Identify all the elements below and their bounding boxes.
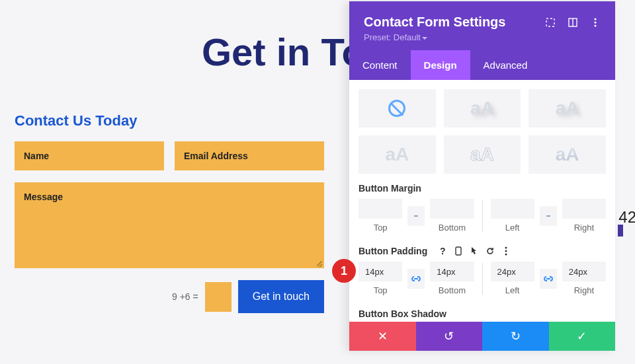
resize-handle-icon[interactable] <box>315 259 323 267</box>
svg-point-3 <box>594 18 596 20</box>
margin-top-input[interactable] <box>359 199 402 219</box>
name-field[interactable]: Name <box>15 141 164 170</box>
panel-footer: ✕ ↺ ↻ ✓ <box>349 322 615 351</box>
padding-bottom-input[interactable] <box>430 262 474 281</box>
save-button[interactable]: ✓ <box>549 322 616 351</box>
hover-cursor-icon[interactable] <box>470 246 479 256</box>
text-style-grad[interactable]: aA <box>529 135 606 174</box>
link-padding-lr-icon[interactable] <box>540 269 557 289</box>
margin-bottom-input[interactable] <box>430 199 474 219</box>
offscreen-number: 42 <box>618 208 635 227</box>
button-boxshadow-label: Button Box Shadow <box>359 309 606 319</box>
padding-left-input[interactable] <box>491 262 534 281</box>
panel-body: aA aA aA aA aA Button Margin Top Bottom … <box>349 80 615 322</box>
submit-button[interactable]: Get in touch <box>238 280 324 313</box>
margin-top-lbl: Top <box>359 223 402 233</box>
padding-left-lbl: Left <box>491 285 534 295</box>
link-padding-tb-icon[interactable] <box>407 269 425 289</box>
contact-heading: Contact Us Today <box>15 112 324 129</box>
tabs: Content Design Advanced <box>349 50 615 80</box>
chevron-down-icon <box>422 37 427 40</box>
text-style-shadow2[interactable]: aA <box>529 89 606 127</box>
button-padding-label: Button Padding <box>359 246 427 256</box>
panel-title: Contact Form Settings <box>364 15 505 30</box>
svg-point-4 <box>594 21 596 23</box>
scroll-indicator <box>618 225 623 237</box>
padding-right-input[interactable] <box>562 262 606 281</box>
svg-point-8 <box>505 250 507 252</box>
none-icon <box>388 100 405 117</box>
aA-icon: aA <box>470 144 494 165</box>
undo-button[interactable]: ↺ <box>416 322 483 351</box>
svg-rect-6 <box>456 247 461 255</box>
annotation-marker-1: 1 <box>332 259 356 283</box>
text-style-outline[interactable]: aA <box>444 135 521 174</box>
svg-rect-0 <box>546 18 554 26</box>
padding-top-input[interactable] <box>359 262 402 281</box>
device-phone-icon[interactable] <box>454 246 463 256</box>
preset-text: Preset: Default <box>364 32 421 42</box>
kebab-icon[interactable] <box>590 17 601 28</box>
margin-left-input[interactable] <box>491 199 534 219</box>
text-style-none[interactable] <box>359 89 436 127</box>
padding-right-lbl: Right <box>562 285 606 295</box>
padding-bottom-lbl: Bottom <box>430 285 474 295</box>
svg-point-5 <box>594 24 596 26</box>
text-style-plain[interactable]: aA <box>359 135 436 174</box>
settings-panel: Contact Form Settings Preset: Default Co… <box>349 1 615 351</box>
link-margin-tb-icon[interactable] <box>407 206 425 226</box>
aA-icon: aA <box>556 98 579 119</box>
help-icon[interactable]: ? <box>438 246 447 256</box>
padding-top-lbl: Top <box>359 285 402 295</box>
message-field[interactable]: Message <box>15 182 324 268</box>
margin-right-lbl: Right <box>562 223 606 233</box>
expand-icon[interactable] <box>545 17 556 28</box>
margin-bottom-lbl: Bottom <box>430 223 474 233</box>
aA-icon: aA <box>556 144 579 165</box>
kebab-icon[interactable] <box>501 246 511 256</box>
button-margin-label: Button Margin <box>359 183 606 194</box>
preset-label[interactable]: Preset: Default <box>364 32 601 50</box>
redo-button[interactable]: ↻ <box>482 322 549 351</box>
columns-icon[interactable] <box>568 17 578 28</box>
captcha-text: 9 +6 = <box>172 291 198 302</box>
tab-advanced[interactable]: Advanced <box>470 50 541 80</box>
svg-point-9 <box>505 254 507 256</box>
message-placeholder: Message <box>24 192 63 202</box>
contact-form: Contact Us Today Name Email Address Mess… <box>15 112 324 313</box>
divider <box>482 200 483 232</box>
tab-design[interactable]: Design <box>411 50 470 80</box>
aA-icon: aA <box>385 144 409 165</box>
divider <box>482 263 483 295</box>
text-style-shadow[interactable]: aA <box>444 89 521 127</box>
captcha-input[interactable] <box>205 282 232 312</box>
panel-header: Contact Form Settings Preset: Default <box>349 1 615 50</box>
link-margin-lr-icon[interactable] <box>540 206 557 226</box>
aA-icon: aA <box>470 98 494 119</box>
tab-content[interactable]: Content <box>349 50 411 80</box>
reset-icon[interactable] <box>486 246 495 256</box>
margin-right-input[interactable] <box>562 199 606 219</box>
svg-point-7 <box>505 247 507 249</box>
margin-left-lbl: Left <box>491 223 534 233</box>
email-field[interactable]: Email Address <box>175 141 324 170</box>
close-button[interactable]: ✕ <box>349 322 416 351</box>
